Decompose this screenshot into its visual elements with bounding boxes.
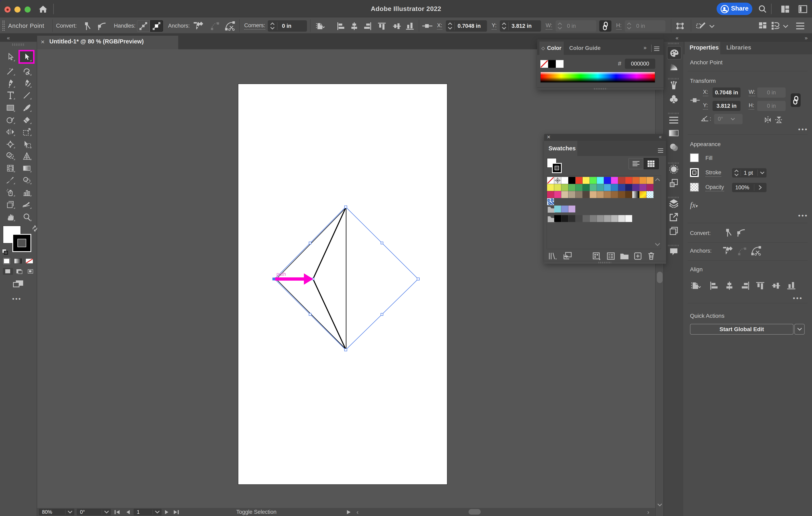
svg-text:path: path [277, 271, 286, 277]
